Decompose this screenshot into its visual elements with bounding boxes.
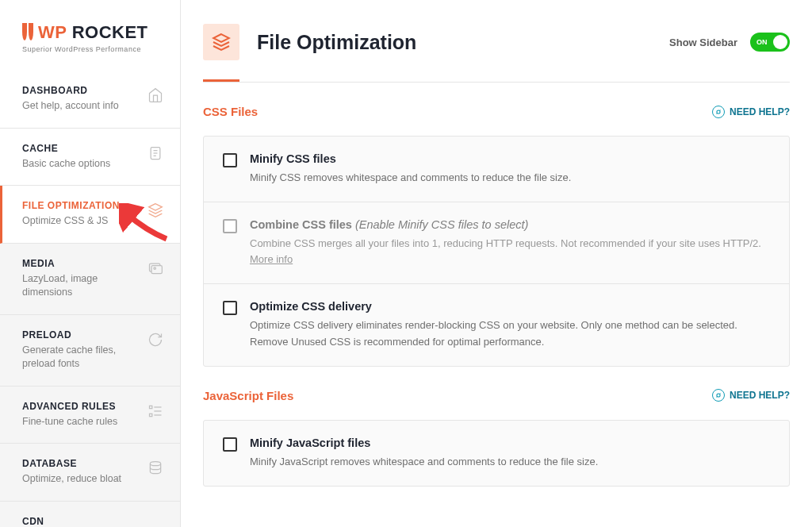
section-js: JavaScript Files NEED HELP? Minify JavaS… <box>203 367 790 487</box>
option-title: Minify JavaScript files <box>250 437 370 449</box>
layers-icon <box>212 33 231 52</box>
sidebar-item-advanced-rules[interactable]: ADVANCED RULESFine-tune cache rules <box>0 387 180 444</box>
list-icon <box>147 402 164 420</box>
section-css: CSS Files NEED HELP? Minify CSS filesMin… <box>203 83 790 367</box>
nav-desc: Optimize CSS & JS <box>22 214 120 229</box>
nav-desc: Get help, account info <box>22 99 119 113</box>
nav-desc: LazyLoad, image dimensions <box>22 272 147 300</box>
option-desc: Minify JavaScript removes whitespace and… <box>250 454 770 470</box>
section-title-js: JavaScript Files <box>203 389 293 402</box>
option-row: Combine CSS files (Enable Minify CSS fil… <box>204 202 789 283</box>
need-help-label: NEED HELP? <box>730 390 790 401</box>
logo-wp: WP <box>38 22 67 42</box>
section-header-css: CSS Files NEED HELP? <box>203 105 790 118</box>
doc-icon <box>147 144 164 162</box>
svg-point-13 <box>150 462 160 466</box>
option-hint: (Enable Minify CSS files to select) <box>355 218 528 231</box>
nav-title: CACHE <box>22 143 110 154</box>
section-title-css: CSS Files <box>203 105 258 118</box>
section-header-js: JavaScript Files NEED HELP? <box>203 389 790 402</box>
svg-line-20 <box>716 397 717 398</box>
need-help-label: NEED HELP? <box>730 106 790 117</box>
nav-title: PRELOAD <box>22 329 147 340</box>
layers-icon <box>147 202 164 219</box>
option-desc: Minify CSS removes whitespace and commen… <box>250 170 770 186</box>
svg-rect-6 <box>151 265 162 273</box>
images-icon <box>147 260 164 277</box>
svg-line-16 <box>719 110 720 110</box>
show-sidebar-toggle[interactable]: ON <box>750 33 790 52</box>
help-icon <box>712 389 725 402</box>
option-row: Minify CSS filesMinify CSS removes white… <box>204 137 789 202</box>
nav-title: FILE OPTIMIZATION <box>22 200 120 211</box>
svg-marker-4 <box>149 204 163 210</box>
blank-icon <box>147 517 164 528</box>
page-header-left: File Optimization <box>203 24 416 60</box>
svg-point-15 <box>717 110 720 113</box>
sidebar-item-media[interactable]: MEDIALazyLoad, image dimensions <box>0 244 180 315</box>
sidebar-item-database[interactable]: DATABASEOptimize, reduce bloat <box>0 444 180 502</box>
svg-rect-8 <box>150 406 152 408</box>
nav-desc: Basic cache options <box>22 157 110 171</box>
sidebar: WP ROCKET Superior WordPress Performance… <box>0 0 181 527</box>
option-title: Combine CSS files <box>250 218 352 231</box>
nav-title: DASHBOARD <box>22 85 119 96</box>
header-right: Show Sidebar ON <box>669 33 790 52</box>
page-icon <box>203 24 239 60</box>
svg-rect-9 <box>150 414 152 416</box>
nav-title: DATABASE <box>22 458 121 469</box>
nav-title: MEDIA <box>22 258 147 269</box>
sidebar-item-preload[interactable]: PRELOADGenerate cache files, preload fon… <box>0 315 180 387</box>
nav-title: ADVANCED RULES <box>22 401 117 412</box>
logo-area: WP ROCKET Superior WordPress Performance <box>0 0 180 71</box>
css-options-box: Minify CSS filesMinify CSS removes white… <box>203 136 790 367</box>
more-info-link[interactable]: More info <box>250 253 293 265</box>
logo: WP ROCKET <box>22 22 164 44</box>
main-content: File Optimization Show Sidebar ON CSS Fi… <box>181 0 812 527</box>
page-header: File Optimization Show Sidebar ON <box>203 24 790 79</box>
checkbox[interactable] <box>223 153 237 167</box>
nav-list: DASHBOARDGet help, account infoCACHEBasi… <box>0 71 180 527</box>
toggle-knob <box>773 35 787 49</box>
nav-desc: Optimize, reduce bloat <box>22 472 121 487</box>
option-row: Optimize CSS deliveryOptimize CSS delive… <box>204 283 789 365</box>
logo-tagline: Superior WordPress Performance <box>22 45 164 53</box>
db-icon <box>147 460 164 477</box>
checkbox[interactable] <box>223 301 237 315</box>
nav-desc: Fine-tune cache rules <box>22 415 117 429</box>
sidebar-item-cache[interactable]: CACHEBasic cache options <box>0 129 180 187</box>
sidebar-item-file-optimization[interactable]: FILE OPTIMIZATIONOptimize CSS & JS <box>0 186 180 244</box>
option-title: Optimize CSS delivery <box>250 300 372 313</box>
svg-point-18 <box>717 394 720 397</box>
svg-line-19 <box>719 394 720 394</box>
need-help-css[interactable]: NEED HELP? <box>712 106 790 118</box>
rocket-flame-icon <box>22 23 33 44</box>
sidebar-item-dashboard[interactable]: DASHBOARDGet help, account info <box>0 71 180 129</box>
sidebar-item-cdn[interactable]: CDN <box>0 502 180 528</box>
svg-marker-14 <box>213 34 229 42</box>
show-sidebar-label: Show Sidebar <box>669 37 737 48</box>
home-icon <box>147 87 164 104</box>
checkbox <box>223 219 237 233</box>
need-help-js[interactable]: NEED HELP? <box>712 389 790 402</box>
nav-title: CDN <box>22 516 44 527</box>
refresh-icon <box>147 331 164 348</box>
option-row: Minify JavaScript filesMinify JavaScript… <box>204 421 789 486</box>
checkbox[interactable] <box>223 437 237 452</box>
option-desc: Combine CSS merges all your files into 1… <box>250 236 770 267</box>
help-icon <box>712 106 725 118</box>
js-options-box: Minify JavaScript filesMinify JavaScript… <box>203 420 790 487</box>
logo-rocket: ROCKET <box>72 22 148 42</box>
toggle-state: ON <box>756 38 768 46</box>
option-desc: Optimize CSS delivery eliminates render-… <box>250 317 770 349</box>
svg-line-17 <box>716 113 717 113</box>
nav-desc: Generate cache files, preload fonts <box>22 344 147 371</box>
page-title: File Optimization <box>257 31 416 54</box>
option-title: Minify CSS files <box>250 152 336 165</box>
